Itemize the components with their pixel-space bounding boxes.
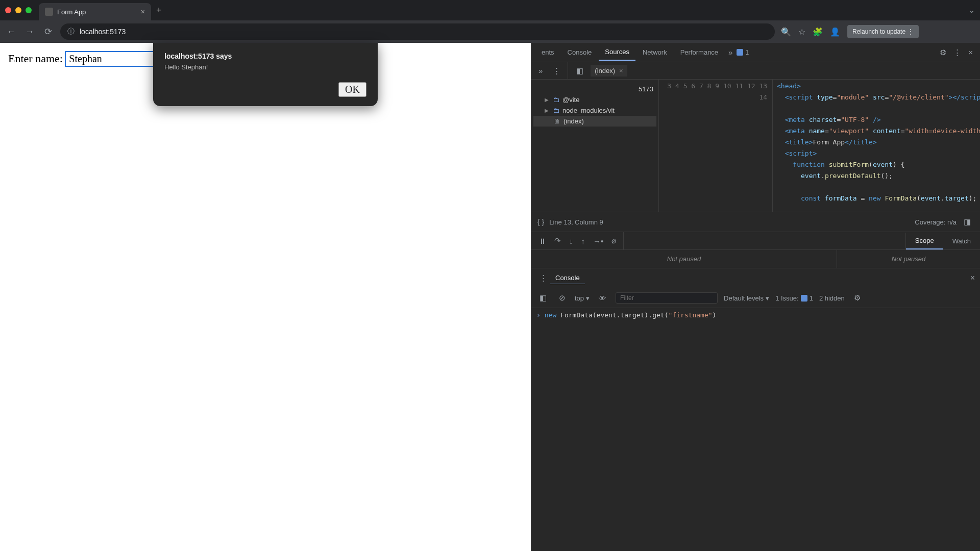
devtools-panel: ents Console Sources Network Performance… <box>531 43 980 551</box>
deactivate-breakpoints-icon[interactable]: ⌀ <box>611 236 616 245</box>
devtools-tabs: ents Console Sources Network Performance… <box>531 43 980 62</box>
issues-badge[interactable]: 1 <box>737 49 749 56</box>
open-file-tab[interactable]: (index) × <box>591 65 627 77</box>
tree-folder-node-modules[interactable]: ▶🗀node_modules/vit <box>533 105 656 116</box>
code-editor[interactable]: 3 4 5 6 7 8 9 10 11 12 13 14 <head> <scr… <box>659 80 980 212</box>
live-expression-icon[interactable]: 👁 <box>596 292 609 305</box>
console-drawer-tab[interactable]: Console <box>550 272 585 284</box>
tab-console[interactable]: Console <box>561 44 598 60</box>
code-content: <head> <script type="module" src="/@vite… <box>773 80 980 212</box>
forward-button[interactable]: → <box>23 27 36 37</box>
close-window-button[interactable] <box>5 7 11 13</box>
window-controls <box>5 7 39 13</box>
alert-title: localhost:5173 says <box>164 52 366 60</box>
profile-icon[interactable]: 👤 <box>830 27 840 37</box>
kebab-icon[interactable]: ⋮ <box>550 64 564 78</box>
cursor-position: Line 13, Column 9 <box>549 218 603 226</box>
file-navigator: 5173 ▶🗀@vite ▶🗀node_modules/vit 🗎(index) <box>531 80 659 212</box>
debugger-toolbar: ⏸ ↷ ↓ ↑ →• ⌀ Scope Watch <box>531 232 980 250</box>
favicon <box>45 8 53 16</box>
page-content: Enter name: Submit ➤ localhost:5173 says… <box>0 43 531 551</box>
minimize-window-button[interactable] <box>15 7 21 13</box>
tab-network[interactable]: Network <box>636 44 673 60</box>
prompt-icon: › <box>536 311 541 319</box>
close-tab-icon[interactable]: × <box>141 8 145 16</box>
console-menu-icon[interactable]: ⋮ <box>536 271 550 285</box>
tab-elements[interactable]: ents <box>535 44 560 60</box>
toggle-sidebar-icon[interactable]: ◧ <box>536 291 550 305</box>
toggle-sidebar-icon[interactable]: ◨ <box>961 215 974 229</box>
name-label: Enter name: <box>8 52 63 65</box>
issues-link[interactable]: 1 Issue: 1 <box>775 294 813 302</box>
clear-console-icon[interactable]: ⊘ <box>556 291 569 305</box>
tree-file-index[interactable]: 🗎(index) <box>533 116 656 127</box>
console-settings-icon[interactable]: ⚙ <box>851 291 864 305</box>
address-bar[interactable]: ⓘ localhost:5173 <box>60 23 775 40</box>
step-out-icon[interactable]: ↑ <box>581 237 585 245</box>
context-selector[interactable]: top▾ <box>575 294 590 302</box>
more-tabs-icon[interactable]: » <box>535 64 546 77</box>
hidden-count[interactable]: 2 hidden <box>819 294 845 302</box>
close-drawer-icon[interactable]: × <box>970 273 975 283</box>
tab-strip: Form App × + ⌄ <box>0 0 980 20</box>
console-output[interactable]: › new FormData(event.target).get("firstn… <box>531 308 980 551</box>
site-info-icon[interactable]: ⓘ <box>67 27 75 36</box>
relaunch-button[interactable]: Relaunch to update⋮ <box>847 25 919 38</box>
pause-icon[interactable]: ⏸ <box>538 237 546 245</box>
alert-message: Hello Stephan! <box>164 63 366 71</box>
coverage-status: Coverage: n/a <box>915 218 957 226</box>
browser-toolbar: ← → ⟳ ⓘ localhost:5173 🔍 ☆ 🧩 👤 Relaunch … <box>0 20 980 43</box>
log-levels-selector[interactable]: Default levels▾ <box>724 294 769 302</box>
tab-sources[interactable]: Sources <box>599 44 635 61</box>
tab-performance[interactable]: Performance <box>674 44 724 60</box>
tab-search-icon[interactable]: ⌄ <box>969 6 975 14</box>
extensions-icon[interactable]: 🧩 <box>813 27 823 37</box>
sources-subheader: » ⋮ ◧ (index) × <box>531 62 980 80</box>
new-tab-button[interactable]: + <box>151 5 167 16</box>
debugger-status-row: Not paused Not paused <box>531 250 980 268</box>
browser-tab[interactable]: Form App × <box>39 3 151 20</box>
step-icon[interactable]: →• <box>593 237 603 245</box>
console-filter-input[interactable] <box>616 292 718 304</box>
close-devtools-icon[interactable]: × <box>965 46 976 59</box>
tree-folder-vite[interactable]: ▶🗀@vite <box>533 94 656 105</box>
line-gutter: 3 4 5 6 7 8 9 10 11 12 13 14 <box>659 80 773 212</box>
step-over-icon[interactable]: ↷ <box>554 236 561 245</box>
tab-title: Form App <box>57 8 86 16</box>
bookmark-icon[interactable]: ☆ <box>798 27 805 37</box>
zoom-icon[interactable]: 🔍 <box>781 27 791 37</box>
console-drawer-header: ⋮ Console × <box>531 268 980 288</box>
js-alert-dialog: localhost:5173 says Hello Stephan! OK <box>153 43 378 106</box>
more-tabs-icon[interactable]: » <box>725 46 736 59</box>
devtools-menu-icon[interactable]: ⋮ <box>950 46 964 59</box>
watch-tab[interactable]: Watch <box>943 233 980 249</box>
scope-tab[interactable]: Scope <box>906 233 943 249</box>
scope-not-paused: Not paused <box>837 250 980 268</box>
close-file-icon[interactable]: × <box>619 67 623 74</box>
step-into-icon[interactable]: ↓ <box>569 237 573 245</box>
url-text: localhost:5173 <box>80 28 126 36</box>
console-line: › new FormData(event.target).get("firstn… <box>536 311 975 319</box>
maximize-window-button[interactable] <box>26 7 32 13</box>
toggle-navigator-icon[interactable]: ◧ <box>573 64 586 78</box>
console-toolbar: ◧ ⊘ top▾ 👁 Default levels▾ 1 Issue: 1 2 … <box>531 288 980 308</box>
pretty-print-icon[interactable]: { } <box>537 218 544 226</box>
settings-icon[interactable]: ⚙ <box>937 46 949 59</box>
alert-ok-button[interactable]: OK <box>338 82 366 97</box>
callstack-not-paused: Not paused <box>531 250 837 268</box>
reload-button[interactable]: ⟳ <box>42 26 54 37</box>
editor-status-bar: { } Line 13, Column 9 Coverage: n/a ◨ <box>531 212 980 232</box>
back-button[interactable]: ← <box>5 27 17 37</box>
tree-host[interactable]: 5173 <box>533 84 656 94</box>
